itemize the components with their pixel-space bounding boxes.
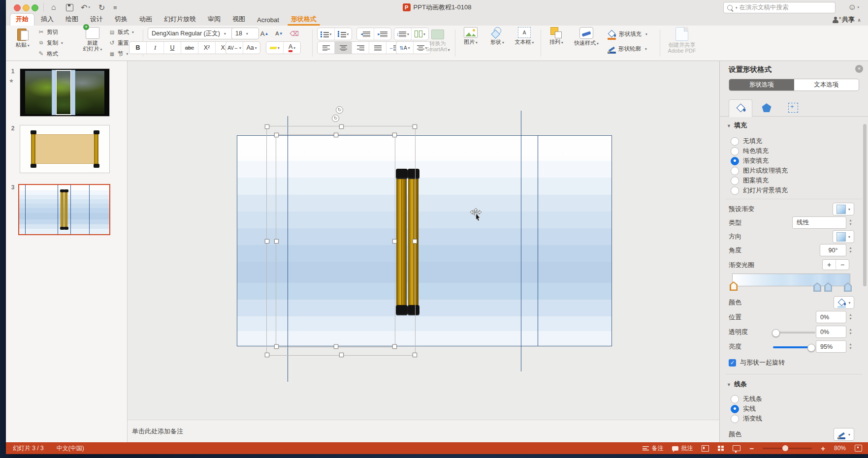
format-painter-button[interactable]: ✎格式 [37, 49, 78, 58]
align-center-button[interactable] [335, 42, 352, 54]
zoom-slider[interactable] [763, 448, 812, 449]
slide-3-thumbnail-selected[interactable] [18, 184, 110, 235]
selection-handle[interactable] [392, 133, 397, 137]
radio-icon[interactable] [731, 147, 739, 155]
remove-gradient-stop-button[interactable]: − [836, 260, 849, 270]
line-option-gradient[interactable]: 渐变线 [731, 414, 857, 423]
line-spacing-button[interactable]: ↕▾ [394, 28, 412, 40]
panel-scrollbar[interactable] [863, 124, 867, 286]
radio-icon[interactable] [731, 137, 739, 146]
slide-2-thumbnail[interactable] [20, 125, 110, 173]
selection-handle[interactable] [265, 353, 269, 357]
gradient-angle-value[interactable]: 90° [820, 244, 846, 256]
selection-handle[interactable] [274, 344, 279, 349]
arrange-dropdown-icon[interactable]: ▾ [561, 40, 563, 45]
grow-font-button[interactable]: A▲ [258, 28, 271, 39]
tab-acrobat[interactable]: Acrobat [252, 15, 285, 26]
notes-toggle-button[interactable]: 备注 [643, 444, 663, 453]
zoom-in-button[interactable]: + [821, 444, 825, 453]
comments-toggle-button[interactable]: 批注 [672, 444, 693, 453]
zoom-percentage[interactable]: 80% [834, 445, 846, 452]
undo-icon[interactable]: ↶▾ [81, 2, 90, 13]
convert-smartart-button[interactable]: 转换为SmartArt▾ [422, 30, 453, 53]
tab-review[interactable]: 审阅 [202, 14, 226, 26]
arrange-button[interactable]: 排列▾ [545, 27, 568, 46]
fill-option-solid[interactable]: 纯色填充 [731, 147, 857, 155]
radio-icon[interactable] [731, 167, 739, 175]
customize-toolbar-icon[interactable]: ≡ [113, 2, 117, 13]
gradient-type-stepper[interactable]: ▲▼ [847, 216, 854, 228]
slide-1-thumbnail[interactable] [20, 68, 110, 117]
character-spacing-button[interactable]: AV↔▾ [226, 42, 243, 54]
selection-handle[interactable] [274, 239, 279, 244]
increase-indent-button[interactable]: ▸ [374, 28, 391, 40]
shapes-button[interactable]: 形状▾ [485, 27, 509, 46]
transparency-value[interactable]: 0% [816, 326, 846, 338]
copy-button[interactable]: ⧉复制▾ [37, 38, 78, 47]
superscript-button[interactable]: X² [198, 42, 216, 54]
text-direction-button[interactable]: ⇅A▾ [396, 42, 414, 54]
stop-position-stepper[interactable]: ▲▼ [847, 311, 854, 322]
normal-view-button[interactable] [702, 445, 709, 452]
tab-animations[interactable]: 动画 [134, 14, 158, 26]
italic-button[interactable]: I [147, 42, 164, 54]
preset-gradient-dropdown[interactable]: ▾ [833, 203, 854, 215]
align-left-button[interactable] [318, 42, 335, 54]
checkbox-checked-icon[interactable]: ✓ [729, 359, 736, 366]
selection-handle[interactable] [334, 133, 338, 137]
fill-option-none[interactable]: 无填充 [731, 137, 857, 146]
gradient-stops-bar[interactable] [732, 274, 850, 286]
justify-button[interactable] [369, 42, 386, 54]
slide-sorter-view-button[interactable] [718, 446, 724, 451]
zoom-window-button[interactable] [32, 4, 38, 11]
selection-handle[interactable] [265, 124, 269, 129]
radio-icon[interactable] [731, 395, 739, 403]
transparency-stepper[interactable]: ▲▼ [847, 326, 854, 337]
close-window-button[interactable] [14, 4, 21, 11]
shape-fill-button[interactable]: 形状填充▾ [608, 31, 647, 38]
brightness-value[interactable]: 95% [816, 340, 846, 353]
panel-tab-text-options[interactable]: 文本选项 [794, 79, 859, 91]
selection-handle[interactable] [339, 124, 344, 129]
quick-styles-button[interactable]: 快速样式▾ [571, 27, 602, 47]
selection-handle[interactable] [392, 239, 397, 244]
gradient-direction-dropdown[interactable]: ▾ [833, 230, 854, 243]
fit-slide-to-window-icon[interactable] [855, 445, 862, 452]
shape-outline-button[interactable]: 形状轮廓▾ [608, 45, 647, 53]
fill-option-gradient[interactable]: 渐变填充 [731, 156, 857, 165]
fill-option-picture-texture[interactable]: 图片或纹理填充 [731, 166, 857, 175]
font-size-dropdown-icon[interactable]: ▾ [246, 31, 248, 36]
add-gradient-stop-button[interactable]: + [823, 260, 836, 270]
slideshow-view-button[interactable] [733, 445, 740, 451]
rotate-handle-icon[interactable]: ↻ [336, 106, 343, 114]
change-case-button[interactable]: Aa▾ [243, 42, 260, 54]
shape-outline-dropdown-icon[interactable]: ▾ [645, 47, 647, 51]
stop-color-dropdown[interactable]: ▾ [834, 296, 854, 309]
stop-position-value[interactable]: 0% [816, 311, 846, 323]
search-scope-chevron-icon[interactable]: ▾ [736, 6, 738, 10]
quick-styles-dropdown-icon[interactable]: ▾ [597, 41, 599, 46]
radio-icon-selected[interactable] [731, 157, 739, 165]
selection-handle[interactable] [274, 133, 279, 137]
feedback-smiley-icon[interactable]: ☺▾ [848, 2, 859, 12]
effects-tab[interactable] [755, 99, 778, 116]
align-right-button[interactable] [352, 42, 369, 54]
line-option-none[interactable]: 无线条 [731, 395, 857, 403]
size-properties-tab[interactable] [782, 99, 804, 116]
shrink-font-button[interactable]: A▼ [273, 28, 286, 39]
font-name-dropdown-icon[interactable]: ▾ [224, 31, 226, 36]
textbox-dropdown-icon[interactable]: ▾ [532, 40, 534, 45]
brightness-slider-knob[interactable] [807, 344, 815, 352]
strikethrough-button[interactable]: abe [181, 42, 198, 54]
panel-tab-shape-options[interactable]: 形状选项 [729, 79, 794, 91]
slide-editing-canvas[interactable]: ↻ ↻ 单击此处添加备注 [128, 61, 720, 442]
gradient-angle-stepper[interactable]: ▲▼ [847, 244, 854, 255]
selection-handle[interactable] [265, 239, 269, 244]
selection-handle[interactable] [334, 344, 338, 349]
picture-button[interactable]: 图片▾ [459, 27, 482, 46]
line-section-header[interactable]: ▼线条 [727, 380, 747, 389]
brightness-stepper[interactable]: ▲▼ [847, 340, 854, 352]
notes-pane[interactable]: 单击此处添加备注 [128, 420, 720, 442]
tab-design[interactable]: 设计 [85, 14, 108, 26]
tab-home[interactable]: 开始 [10, 13, 34, 26]
